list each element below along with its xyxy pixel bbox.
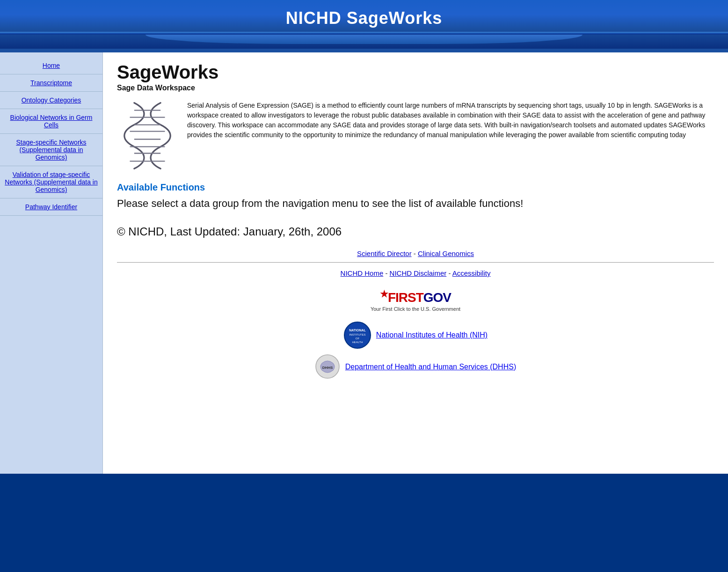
separator2: - — [385, 269, 389, 277]
separator1: - — [414, 249, 416, 257]
footer-links-row2: NICHD Home - NICHD Disclaimer - Accessib… — [117, 269, 714, 277]
nih-link[interactable]: National Institutes of Health (NIH) — [376, 331, 488, 339]
footer-divider — [117, 262, 714, 263]
svg-text:HEALTH: HEALTH — [352, 341, 363, 344]
star-icon: ★ — [380, 289, 388, 299]
nih-shield-icon: NATIONAL INSTITUTES OF HEALTH — [343, 321, 371, 349]
clinical-genomics-link[interactable]: Clinical Genomics — [418, 249, 474, 257]
sidebar-item-stage-specific-networks[interactable]: Stage-specific Networks (Supplemental da… — [0, 134, 102, 166]
available-functions-text: Please select a data group from the navi… — [117, 197, 714, 211]
svg-text:DHHS: DHHS — [322, 366, 333, 370]
sidebar: Home Transcriptome Ontology Categories B… — [0, 52, 103, 474]
accessibility-link[interactable]: Accessibility — [452, 269, 491, 277]
intro-text: Serial Analysis of Gene Expression (SAGE… — [187, 101, 714, 171]
sidebar-item-transcriptome[interactable]: Transcriptome — [0, 74, 102, 92]
intro-section: Serial Analysis of Gene Expression (SAGE… — [117, 101, 714, 171]
nichd-disclaimer-link[interactable]: NICHD Disclaimer — [390, 269, 447, 277]
footer-links-row1: Scientific Director - Clinical Genomics — [117, 249, 714, 257]
dhhs-link[interactable]: Department of Health and Human Services … — [345, 363, 516, 371]
header-bottom-stripe — [0, 49, 728, 52]
copyright-text: © NICHD, Last Updated: January, 26th, 20… — [117, 225, 714, 238]
available-functions-title: Available Functions — [117, 182, 714, 193]
sidebar-item-pathway-identifier[interactable]: Pathway Identifier — [0, 198, 102, 216]
sidebar-item-ontology[interactable]: Ontology Categories — [0, 92, 102, 109]
page-title: SageWorks — [117, 62, 714, 83]
svg-text:INSTITUTES: INSTITUTES — [349, 333, 365, 336]
separator3: - — [448, 269, 452, 277]
dna-image — [117, 101, 178, 171]
sidebar-item-home[interactable]: Home — [0, 57, 102, 74]
firstgov-logo: ★FIRSTGOV Your First Click to the U.S. G… — [371, 288, 460, 312]
sidebar-item-biological-networks[interactable]: Biological Networks in Germ Cells — [0, 109, 102, 134]
nih-row: NATIONAL INSTITUTES OF HEALTH National I… — [117, 321, 714, 349]
nichd-home-link[interactable]: NICHD Home — [341, 269, 384, 277]
svg-text:NATIONAL: NATIONAL — [349, 329, 366, 332]
site-header: NICHD SageWorks — [0, 0, 728, 49]
svg-text:OF: OF — [356, 337, 360, 340]
page-subtitle: Sage Data Workspace — [117, 84, 714, 92]
header-arch — [146, 35, 582, 44]
main-layout: Home Transcriptome Ontology Categories B… — [0, 52, 728, 474]
dhhs-icon: DHHS — [315, 354, 341, 380]
site-title: NICHD SageWorks — [0, 8, 728, 28]
dhhs-row: DHHS Department of Health and Human Serv… — [117, 354, 714, 380]
sidebar-item-validation[interactable]: Validation of stage-specific Networks (S… — [0, 166, 102, 198]
main-content: SageWorks Sage Data Workspace — [103, 52, 728, 474]
scientific-director-link[interactable]: Scientific Director — [357, 249, 412, 257]
firstgov-section: ★FIRSTGOV Your First Click to the U.S. G… — [117, 282, 714, 316]
gov-text: GOV — [423, 290, 451, 305]
firstgov-text: ★FIRSTGOV — [371, 288, 460, 305]
firstgov-tagline: Your First Click to the U.S. Government — [371, 306, 460, 312]
first-text: FIRST — [388, 290, 423, 305]
dna-icon — [119, 101, 175, 171]
